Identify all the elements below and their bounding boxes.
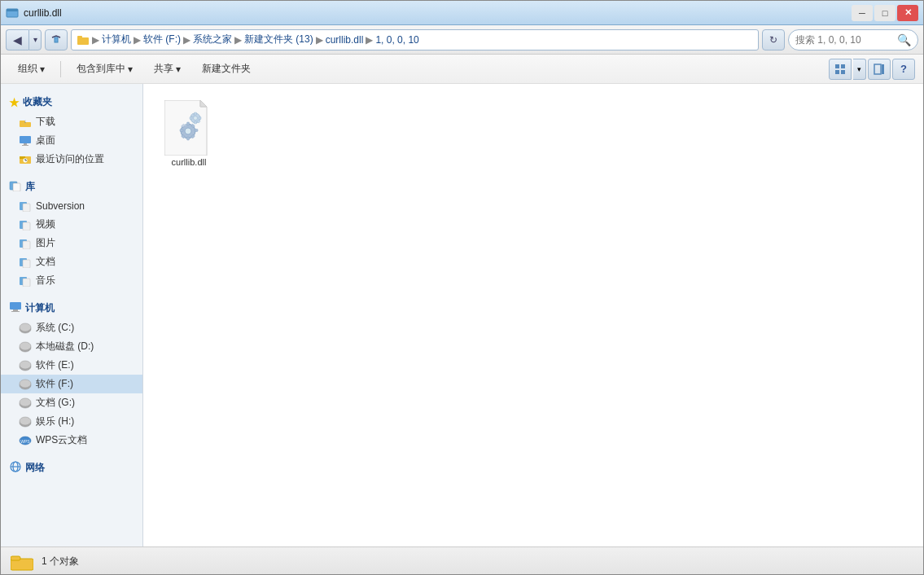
drive-g-label: 文档 (G:): [36, 396, 75, 410]
svg-rect-8: [841, 70, 845, 74]
address-path: ▶ 计算机 ▶ 软件 (F:) ▶ 系统之家 ▶ 新建文件夹 (13) ▶ cu…: [77, 33, 419, 46]
svg-rect-58: [187, 122, 190, 125]
svg-rect-3: [77, 37, 89, 45]
refresh-button[interactable]: ↻: [762, 29, 785, 50]
back-dropdown-button[interactable]: ▾: [28, 29, 42, 50]
sidebar-item-drive-d[interactable]: 本地磁盘 (D:): [1, 337, 142, 356]
search-box[interactable]: 🔍: [788, 29, 918, 50]
status-folder-icon: [11, 551, 33, 573]
images-label: 图片: [36, 236, 55, 250]
svg-point-38: [20, 323, 31, 331]
back-button[interactable]: ◀: [6, 29, 28, 50]
sidebar-section-library[interactable]: 库: [1, 175, 142, 197]
search-input[interactable]: [795, 34, 894, 46]
title-bar: curllib.dll ─ □ ✕: [1, 1, 923, 25]
drive-e-icon: [19, 359, 32, 372]
sidebar-item-documents[interactable]: 文档: [1, 252, 142, 271]
path-item-xizhijia[interactable]: 系统之家: [193, 33, 232, 46]
file-icon-curllib: [163, 102, 215, 154]
file-label-curllib: curllib.dll: [172, 157, 207, 167]
up-button[interactable]: [45, 29, 68, 50]
path-item-drive-f[interactable]: 软件 (F:): [143, 33, 181, 46]
nav-back-group: ◀ ▾: [6, 29, 42, 50]
svg-rect-1: [7, 9, 18, 11]
svg-rect-71: [199, 117, 201, 120]
sidebar-section-network[interactable]: 网络: [1, 456, 142, 478]
organize-button[interactable]: 组织 ▾: [9, 58, 54, 81]
view-mode-button[interactable]: [829, 59, 852, 80]
sidebar-divider-3: [1, 450, 142, 456]
drive-c-label: 系统 (C:): [36, 321, 74, 335]
sidebar-item-video[interactable]: 视频: [1, 215, 142, 234]
file-area: curllib.dll: [143, 84, 923, 546]
file-grid: curllib.dll: [156, 97, 910, 172]
images-icon: [19, 237, 32, 250]
svg-rect-4: [77, 36, 82, 38]
sidebar-item-music[interactable]: 音乐: [1, 271, 142, 290]
minimize-button[interactable]: ─: [852, 5, 873, 21]
status-bar: 1 个对象: [1, 546, 923, 575]
new-folder-button[interactable]: 新建文件夹: [193, 58, 260, 81]
svg-text:WPS: WPS: [20, 439, 30, 444]
svg-point-67: [194, 116, 198, 121]
svg-rect-25: [23, 204, 30, 212]
svg-rect-23: [13, 183, 20, 191]
address-bar: ◀ ▾ ▶ 计算机 ▶ 软件 (F:) ▶ 系统之家 ▶ 新建文件夹 (13) …: [1, 25, 923, 55]
sidebar-item-images[interactable]: 图片: [1, 234, 142, 252]
sidebar-item-drive-f[interactable]: 软件 (F:): [1, 375, 142, 393]
sidebar: ★ 收藏夹 ↓ 下载 桌面 最近访问的位置 库: [1, 84, 143, 546]
share-button[interactable]: 共享 ▾: [145, 58, 190, 81]
svg-point-57: [185, 128, 191, 134]
svg-rect-10: [882, 64, 884, 74]
maximize-button[interactable]: □: [874, 5, 896, 21]
svg-point-46: [20, 398, 31, 406]
recent-icon: [19, 153, 32, 166]
sidebar-item-download[interactable]: ↓ 下载: [1, 112, 142, 131]
path-item-version[interactable]: 1, 0, 0, 10: [375, 34, 418, 46]
sidebar-item-drive-c[interactable]: 系统 (C:): [1, 318, 142, 337]
sidebar-item-drive-e[interactable]: 软件 (E:): [1, 356, 142, 375]
sidebar-item-drive-h[interactable]: 娱乐 (H:): [1, 412, 142, 431]
search-icon[interactable]: 🔍: [897, 33, 911, 46]
svg-rect-31: [23, 260, 30, 268]
svg-rect-29: [23, 241, 30, 249]
video-icon: [19, 218, 32, 231]
sidebar-item-subversion[interactable]: Subversion: [1, 197, 142, 215]
documents-label: 文档: [36, 255, 55, 269]
include-library-button[interactable]: 包含到库中 ▾: [68, 58, 142, 81]
drive-f-label: 软件 (F:): [36, 377, 73, 391]
status-count: 1 个对象: [42, 555, 79, 568]
sidebar-section-computer[interactable]: 计算机: [1, 296, 142, 318]
sidebar-section-favorites[interactable]: ★ 收藏夹: [1, 90, 142, 112]
preview-pane-button[interactable]: [868, 59, 891, 80]
sidebar-item-recent[interactable]: 最近访问的位置: [1, 150, 142, 169]
path-item-newfolder[interactable]: 新建文件夹 (13): [244, 33, 313, 46]
svg-rect-35: [13, 309, 18, 311]
music-label: 音乐: [36, 274, 55, 288]
path-item-computer[interactable]: 计算机: [102, 33, 131, 46]
svg-point-42: [20, 361, 31, 369]
sidebar-item-wps[interactable]: WPS WPS云文档: [1, 431, 142, 450]
svg-rect-16: [22, 145, 28, 146]
title-bar-left: curllib.dll: [6, 7, 62, 20]
svg-rect-36: [11, 311, 20, 312]
toolbar: 组织 ▾ 包含到库中 ▾ 共享 ▾ 新建文件夹 ▾ ?: [1, 55, 923, 84]
help-button[interactable]: ?: [892, 59, 915, 80]
svg-rect-2: [55, 37, 58, 42]
view-mode-dropdown-button[interactable]: ▾: [853, 59, 866, 80]
drive-e-label: 软件 (E:): [36, 358, 74, 372]
close-button[interactable]: ✕: [897, 5, 918, 21]
music-icon: [19, 274, 32, 288]
address-input[interactable]: ▶ 计算机 ▶ 软件 (F:) ▶ 系统之家 ▶ 新建文件夹 (13) ▶ cu…: [71, 29, 759, 50]
main-area: ★ 收藏夹 ↓ 下载 桌面 最近访问的位置 库: [1, 84, 923, 546]
path-item-curllib[interactable]: curllib.dll: [326, 34, 364, 46]
file-item-curllib[interactable]: curllib.dll: [156, 97, 221, 172]
svg-rect-69: [195, 121, 197, 124]
svg-point-44: [20, 380, 31, 388]
svg-rect-33: [23, 279, 30, 287]
documents-icon: [19, 256, 32, 269]
sidebar-item-desktop[interactable]: 桌面: [1, 131, 142, 150]
sidebar-item-drive-g[interactable]: 文档 (G:): [1, 393, 142, 412]
svg-point-48: [20, 417, 31, 425]
recent-label: 最近访问的位置: [36, 152, 104, 166]
